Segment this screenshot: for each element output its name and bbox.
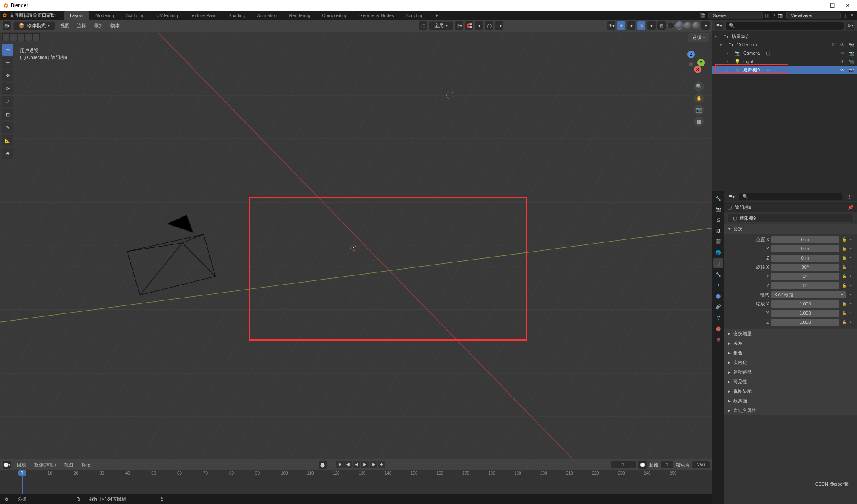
snap-icon[interactable]: 🧲 <box>465 21 473 30</box>
proportional-type-icon[interactable]: ∩▾ <box>495 21 503 30</box>
ptab-data[interactable]: ▽ <box>713 313 723 323</box>
tool-move[interactable]: ✥ <box>2 70 13 81</box>
zoom-icon[interactable]: 🔍 <box>694 81 704 92</box>
new-viewlayer-icon[interactable]: ◫ <box>843 13 847 18</box>
frame-range-icon[interactable]: 🕐 <box>638 461 647 469</box>
close-button[interactable]: ✕ <box>845 2 850 9</box>
ptab-viewlayer[interactable]: 🖼 <box>713 226 723 236</box>
shading-dropdown[interactable]: ▾ <box>701 21 710 30</box>
tool-cursor[interactable]: ✛ <box>2 57 13 69</box>
timeline-editor-type[interactable]: 🕐▾ <box>3 461 11 469</box>
shading-modes[interactable] <box>667 22 700 29</box>
play[interactable]: ▶ <box>361 461 369 468</box>
minimize-button[interactable]: — <box>814 2 820 9</box>
jump-prev-key[interactable]: ◀| <box>344 461 352 468</box>
ptab-texture[interactable]: ▦ <box>713 334 723 344</box>
ptab-modifiers[interactable]: 🔧 <box>713 269 723 279</box>
workspace-geonodes[interactable]: Geometry Nodes <box>353 11 400 20</box>
workspace-modeling[interactable]: Modeling <box>89 11 120 20</box>
panel-实例化[interactable]: ▸实例化 <box>724 358 857 367</box>
tool-rotate[interactable]: ⟳ <box>2 83 13 94</box>
panel-关系[interactable]: ▸关系 <box>724 339 857 348</box>
visibility-icon[interactable]: 👁▾ <box>607 21 615 30</box>
ptab-scene[interactable]: 🎬 <box>713 237 723 247</box>
outliner-light[interactable]: ▸💡Light 👁📷 <box>712 57 857 66</box>
select-mode-tools[interactable] <box>2 33 40 41</box>
tool-transform[interactable]: ⊡ <box>2 109 13 120</box>
menu-render[interactable]: 渲染 <box>28 12 37 18</box>
outliner-collection[interactable]: ▾🗀Collection ☑👁📷 <box>712 41 857 49</box>
ptab-world[interactable]: 🌐 <box>713 247 723 257</box>
matpreview-shading[interactable] <box>684 22 691 29</box>
overlay-dropdown[interactable]: ▾ <box>647 21 656 30</box>
proportional-icon[interactable]: ◯ <box>485 21 493 30</box>
panel-变换增量[interactable]: ▸变换增量 <box>724 329 857 339</box>
scale-x[interactable]: 1.000 <box>771 300 839 308</box>
loc-z[interactable]: 0 m <box>771 255 839 262</box>
jump-start[interactable]: ⏮ <box>336 461 344 468</box>
loc-y[interactable]: 0 m <box>771 245 839 252</box>
workspace-layout[interactable]: Layout <box>64 11 89 20</box>
panel-可见性[interactable]: ▸可见性 <box>724 377 857 387</box>
options-dropdown[interactable]: 选项 ▾ <box>688 33 709 42</box>
solid-shading[interactable] <box>676 22 683 29</box>
frame-current[interactable]: 1 <box>611 461 636 468</box>
timeline-ruler[interactable]: 1020304050607080901001101201301401501601… <box>0 470 712 494</box>
panel-集合[interactable]: ▸集合 <box>724 348 857 358</box>
delete-scene-icon[interactable]: ✕ <box>772 13 775 18</box>
transform-panel-header[interactable]: ▾变换 <box>724 224 857 234</box>
vp-menu-select[interactable]: 选择 <box>74 22 89 30</box>
rot-y[interactable]: 0° <box>771 273 839 280</box>
gizmo-toggle[interactable]: ⊕ <box>617 21 625 30</box>
props-type-icon[interactable]: ☰▾ <box>727 192 736 201</box>
ptab-tool[interactable]: 🔧 <box>713 193 723 203</box>
menu-help[interactable]: 帮助 <box>46 12 56 18</box>
tool-measure[interactable]: 📐 <box>2 135 13 146</box>
ptab-object[interactable]: ▢ <box>713 258 723 268</box>
tool-add[interactable]: ⊕ <box>2 148 13 159</box>
ptab-material[interactable]: ⬤ <box>713 323 723 333</box>
workspace-scripting[interactable]: Scripting <box>400 11 429 20</box>
rot-x[interactable]: 90° <box>771 264 839 271</box>
workspace-animation[interactable]: Animation <box>251 11 283 20</box>
object-name-input[interactable]: ▢遮阳棚9 <box>727 214 854 223</box>
autokey-icon[interactable]: ⬤ <box>319 461 327 469</box>
ptab-constraints[interactable]: 🔗 <box>713 302 723 312</box>
nav-gizmo[interactable]: Z Y X <box>678 51 704 77</box>
snap-type-icon[interactable]: ▾ <box>475 21 483 30</box>
new-scene-icon[interactable]: ◫ <box>765 13 769 18</box>
orientation-selector[interactable]: 全局 ▾ <box>429 21 453 30</box>
ptab-render[interactable]: 📷 <box>713 204 723 214</box>
3d-viewport[interactable]: 用户透视 (1) Collection | 遮阳棚9 ▭ ✛ ✥ ⟳ ⤢ ⊡ ✎… <box>0 31 712 459</box>
props-options-icon[interactable]: ⋮ <box>845 192 854 201</box>
tool-select[interactable]: ▭ <box>2 44 13 56</box>
scale-y[interactable]: 1.000 <box>771 310 839 317</box>
tl-marker[interactable]: 标记 <box>79 461 93 469</box>
menu-file[interactable]: 文件 <box>10 12 19 18</box>
outliner-awning9[interactable]: ▸▽遮阳棚9 ▽ 👁📷 <box>712 66 857 74</box>
orientation-icon[interactable]: ⬚ <box>419 21 427 30</box>
vp-menu-add[interactable]: 添加 <box>91 22 105 30</box>
tl-view[interactable]: 视图 <box>61 461 76 469</box>
tl-playback[interactable]: 回放 <box>14 461 28 469</box>
jump-next-key[interactable]: |▶ <box>370 461 377 468</box>
outliner-camera[interactable]: ▸📷Camera ▢ 👁📷 <box>712 49 857 57</box>
rot-mode[interactable]: XYZ 欧拉▾ <box>771 291 846 298</box>
outliner-search[interactable]: 🔍 <box>726 22 844 30</box>
panel-线条画[interactable]: ▸线条画 <box>724 396 857 406</box>
workspace-sculpting[interactable]: Sculpting <box>120 11 150 20</box>
gizmo-dropdown[interactable]: ▾ <box>627 21 635 30</box>
camera-view-icon[interactable]: 📷 <box>694 105 704 115</box>
editor-type-icon[interactable]: ⊞▾ <box>3 21 11 30</box>
tool-annotate[interactable]: ✎ <box>2 122 13 133</box>
maximize-button[interactable]: ☐ <box>830 2 835 9</box>
mode-selector[interactable]: 📦 物体模式 ▾ <box>13 21 55 30</box>
overlay-toggle[interactable]: ⊙ <box>637 21 645 30</box>
workspace-rendering[interactable]: Rendering <box>283 11 316 20</box>
ptab-particles[interactable]: ✦ <box>713 280 723 290</box>
pivot-icon[interactable]: ⊙▾ <box>455 21 463 30</box>
lock-icon[interactable]: 🔓 <box>841 237 847 242</box>
wireframe-shading[interactable] <box>667 22 675 29</box>
menu-edit[interactable]: 编辑 <box>19 12 28 18</box>
rot-z[interactable]: 0° <box>771 282 839 289</box>
